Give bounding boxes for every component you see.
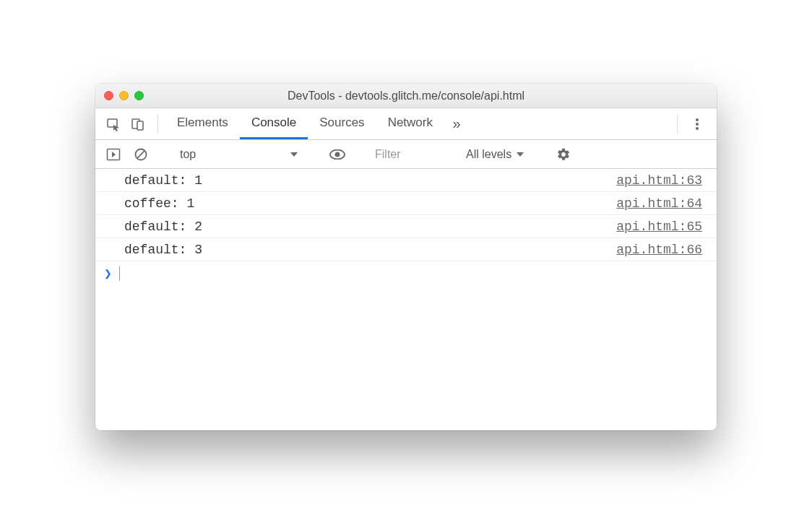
tab-console[interactable]: Console bbox=[240, 108, 308, 139]
toggle-sidebar-icon[interactable] bbox=[101, 148, 126, 161]
console-message: coffee: 1 bbox=[124, 196, 194, 211]
svg-point-5 bbox=[696, 127, 699, 130]
console-prompt[interactable]: ❯ bbox=[95, 261, 717, 285]
tab-sources[interactable]: Sources bbox=[308, 108, 376, 139]
source-link[interactable]: api.html:65 bbox=[616, 219, 702, 234]
tab-label: Network bbox=[388, 116, 433, 130]
more-tabs-button[interactable]: » bbox=[444, 108, 469, 139]
console-input[interactable] bbox=[119, 266, 708, 281]
source-link[interactable]: api.html:66 bbox=[616, 243, 702, 257]
console-row: default: 1 api.html:63 bbox=[95, 169, 717, 192]
kebab-icon bbox=[695, 117, 699, 131]
maximize-window-button[interactable] bbox=[134, 91, 144, 100]
panel-tabs-bar: Elements Console Sources Network » bbox=[95, 108, 717, 140]
chevron-down-icon bbox=[290, 152, 298, 157]
clear-console-icon[interactable] bbox=[129, 147, 153, 162]
svg-point-3 bbox=[696, 118, 699, 121]
svg-line-8 bbox=[137, 150, 145, 158]
svg-point-4 bbox=[696, 123, 699, 126]
titlebar: DevTools - devtools.glitch.me/console/ap… bbox=[95, 84, 717, 108]
chevron-down-icon bbox=[516, 152, 524, 157]
source-link[interactable]: api.html:63 bbox=[616, 173, 702, 188]
svg-rect-0 bbox=[108, 119, 117, 127]
tab-label: Sources bbox=[319, 116, 364, 130]
console-row: default: 3 api.html:66 bbox=[95, 238, 717, 261]
live-expression-icon[interactable] bbox=[325, 149, 350, 160]
tab-label: Elements bbox=[177, 116, 228, 130]
console-message: default: 3 bbox=[124, 243, 202, 257]
context-label: top bbox=[180, 148, 196, 161]
svg-point-10 bbox=[335, 152, 340, 157]
filter-input[interactable] bbox=[371, 145, 457, 164]
tab-label: Console bbox=[251, 116, 296, 130]
divider bbox=[677, 114, 678, 134]
traffic-lights bbox=[104, 91, 144, 100]
execution-context-select[interactable]: top bbox=[174, 145, 304, 164]
divider bbox=[157, 114, 158, 134]
tab-network[interactable]: Network bbox=[376, 108, 444, 139]
tab-elements[interactable]: Elements bbox=[165, 108, 240, 139]
device-toolbar-icon[interactable] bbox=[126, 108, 150, 139]
overflow-menu-button[interactable] bbox=[685, 108, 709, 139]
console-message: default: 1 bbox=[124, 173, 202, 188]
prompt-caret-icon: ❯ bbox=[104, 266, 112, 281]
chevron-double-right-icon: » bbox=[452, 116, 460, 132]
inspect-element-icon[interactable] bbox=[101, 108, 126, 139]
console-message: default: 2 bbox=[124, 219, 202, 234]
console-row: default: 2 api.html:65 bbox=[95, 215, 717, 238]
window-title: DevTools - devtools.glitch.me/console/ap… bbox=[95, 90, 717, 103]
devtools-window: DevTools - devtools.glitch.me/console/ap… bbox=[95, 84, 717, 430]
minimize-window-button[interactable] bbox=[119, 91, 129, 100]
levels-label: All levels bbox=[466, 148, 511, 161]
source-link[interactable]: api.html:64 bbox=[616, 196, 702, 211]
console-toolbar: top All levels bbox=[95, 140, 717, 169]
console-row: coffee: 1 api.html:64 bbox=[95, 192, 717, 215]
log-levels-select[interactable]: All levels bbox=[460, 148, 530, 161]
console-settings-icon[interactable] bbox=[551, 147, 576, 162]
console-output: default: 1 api.html:63 coffee: 1 api.htm… bbox=[95, 169, 717, 430]
svg-rect-2 bbox=[137, 121, 143, 130]
close-window-button[interactable] bbox=[104, 91, 113, 100]
